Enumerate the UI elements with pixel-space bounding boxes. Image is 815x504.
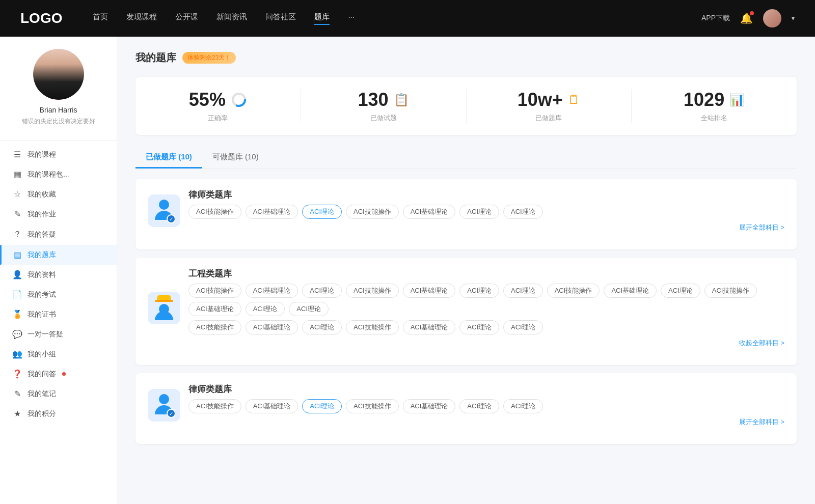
sidebar-user-name: Brian Harris [10,106,106,114]
bank-tag-2-5[interactable]: ACI理论 [459,399,499,413]
bank-icon-0: ✓ [148,194,180,227]
bank-expand-1[interactable]: 收起全部科目 > [188,339,784,348]
trial-badge[interactable]: 体验剩余23天！ [182,52,236,64]
bank-section-1: 工程类题库ACI技能操作ACI基础理论ACI理论ACI技能操作ACI基础理论AC… [135,258,797,365]
bank-tag2-1-4[interactable]: ACI基础理论 [403,320,456,334]
bank-tag-0-6[interactable]: ACI理论 [503,205,543,219]
bank-tag-2-0[interactable]: ACI技能操作 [188,399,241,413]
sidebar-icon-2: ☆ [12,189,22,199]
bank-expand-2[interactable]: 展开全部科目 > [188,417,784,427]
sidebar-icon-1: ▦ [12,170,22,179]
bank-tag-1-13[interactable]: ACI理论 [289,302,329,316]
user-avatar[interactable] [763,9,781,27]
svg-rect-6 [155,300,173,302]
sidebar-icon-10: 👥 [12,349,22,359]
nav-link-4[interactable]: 问答社区 [265,12,296,25]
sidebar-item-8[interactable]: 🏅我的证书 [0,304,117,324]
bank-info-0: 律师类题库ACI技能操作ACI基础理论ACI理论ACI技能操作ACI基础理论AC… [188,189,784,232]
bank-tag-1-11[interactable]: ACI基础理论 [188,302,241,316]
sidebar-label-3: 我的作业 [28,210,56,219]
bank-tag2-1-6[interactable]: ACI理论 [503,320,543,334]
sidebar-icon-7: 📄 [12,290,22,299]
nav-link-6[interactable]: ··· [348,12,355,25]
bank-tag-2-4[interactable]: ACI基础理论 [403,399,456,413]
bank-tag-0-0[interactable]: ACI技能操作 [188,205,241,219]
avatar-image [33,49,84,100]
sidebar-label-2: 我的收藏 [28,190,56,199]
bank-tags-0: ACI技能操作ACI基础理论ACI理论ACI技能操作ACI基础理论ACI理论AC… [188,205,784,219]
bank-tag-1-9[interactable]: ACI理论 [661,284,700,298]
sidebar-icon-8: 🏅 [12,310,22,319]
nav-link-5[interactable]: 题库 [314,12,330,25]
sidebar-label-4: 我的答疑 [28,230,56,239]
bank-tag-1-5[interactable]: ACI理论 [459,284,499,298]
notification-bell[interactable]: 🔔 [740,12,753,24]
sidebar-item-11[interactable]: ❓我的问答 [0,364,117,384]
app-download-button[interactable]: APP下载 [701,14,730,23]
bank-tag-1-4[interactable]: ACI基础理论 [403,284,456,298]
bank-tag-2-1[interactable]: ACI基础理论 [246,399,298,413]
sidebar-icon-9: 💬 [12,329,22,339]
bank-tag2-1-5[interactable]: ACI理论 [459,320,499,334]
sidebar-icon-0: ☰ [12,150,22,159]
bank-tag2-1-0[interactable]: ACI技能操作 [188,320,241,334]
banks-container: ✓ 律师类题库ACI技能操作ACI基础理论ACI理论ACI技能操作ACI基础理论… [135,179,797,444]
bank-tag-1-7[interactable]: ACI技能操作 [547,284,600,298]
tab-0[interactable]: 已做题库 (10) [135,147,202,169]
notification-dot [750,11,754,15]
bank-tag-2-2[interactable]: ACI理论 [302,399,342,413]
sidebar-icon-4: ？ [12,229,22,240]
sidebar-item-2[interactable]: ☆我的收藏 [0,184,117,204]
stat-value-rank: 1029 [684,89,724,110]
bank-tag-2-3[interactable]: ACI技能操作 [346,399,399,413]
nav-link-1[interactable]: 发现课程 [126,12,157,25]
sidebar-item-13[interactable]: ★我的积分 [0,404,117,424]
bank-tag-1-0[interactable]: ACI技能操作 [188,284,241,298]
bank-tag-2-6[interactable]: ACI理论 [503,399,543,413]
sidebar-label-1: 我的课程包... [28,170,69,179]
bank-tag-0-5[interactable]: ACI理论 [459,205,499,219]
sidebar-item-9[interactable]: 💬一对一答疑 [0,324,117,344]
bank-tag-1-3[interactable]: ACI技能操作 [346,284,399,298]
sidebar-item-1[interactable]: ▦我的课程包... [0,164,117,184]
nav-link-2[interactable]: 公开课 [175,12,198,25]
bank-tag2-1-1[interactable]: ACI基础理论 [246,320,298,334]
sidebar-item-4[interactable]: ？我的答疑 [0,224,117,245]
sidebar-item-0[interactable]: ☰我的课程 [0,145,117,164]
bank-tag-0-1[interactable]: ACI基础理论 [246,205,298,219]
bank-tag-0-2[interactable]: ACI理论 [302,205,342,219]
bank-tag-1-1[interactable]: ACI基础理论 [246,284,298,298]
sidebar-label-11: 我的问答 [28,370,56,379]
nav-links: 首页发现课程公开课新闻资讯问答社区题库··· [93,12,701,25]
sidebar-label-13: 我的积分 [28,409,56,418]
rank-icon: 📊 [729,93,745,107]
sidebar-item-12[interactable]: ✎我的笔记 [0,384,117,404]
bank-tag-1-2[interactable]: ACI理论 [302,284,342,298]
bank-tag2-1-3[interactable]: ACI技能操作 [346,320,399,334]
sidebar-item-5[interactable]: ▤我的题库 [0,245,117,265]
sidebar-icon-6: 👤 [12,270,22,279]
tab-1[interactable]: 可做题库 (10) [202,147,269,169]
bank-tag-1-12[interactable]: ACI理论 [246,302,285,316]
sidebar-item-7[interactable]: 📄我的考试 [0,285,117,304]
stat-top-banks: 10w+ 🗒 [518,89,580,110]
main-layout: Brian Harris 错误的决定比没有决定要好 ☰我的课程▦我的课程包...… [0,37,815,504]
nav-link-0[interactable]: 首页 [93,12,108,25]
bank-tag-0-3[interactable]: ACI技能操作 [346,205,399,219]
bank-name-0: 律师类题库 [188,189,784,201]
sidebar-item-6[interactable]: 👤我的资料 [0,265,117,285]
nav-link-3[interactable]: 新闻资讯 [216,12,247,25]
bank-tag2-1-2[interactable]: ACI理论 [302,320,342,334]
sidebar-label-12: 我的笔记 [28,389,56,399]
sidebar-item-10[interactable]: 👥我的小组 [0,344,117,364]
bank-tag-1-10[interactable]: ACI技能操作 [704,284,757,298]
bank-tag-1-8[interactable]: ACI基础理论 [604,284,657,298]
bank-tag-0-4[interactable]: ACI基础理论 [403,205,456,219]
bank-tag-1-6[interactable]: ACI理论 [503,284,543,298]
bank-icon-1 [148,292,180,324]
bank-expand-0[interactable]: 展开全部科目 > [188,223,784,232]
stat-label-questions: 已做试题 [370,114,397,123]
tabs-container: 已做题库 (10)可做题库 (10) [135,147,797,169]
sidebar-item-3[interactable]: ✎我的作业 [0,204,117,224]
nav-dropdown-arrow[interactable]: ▾ [792,15,795,22]
